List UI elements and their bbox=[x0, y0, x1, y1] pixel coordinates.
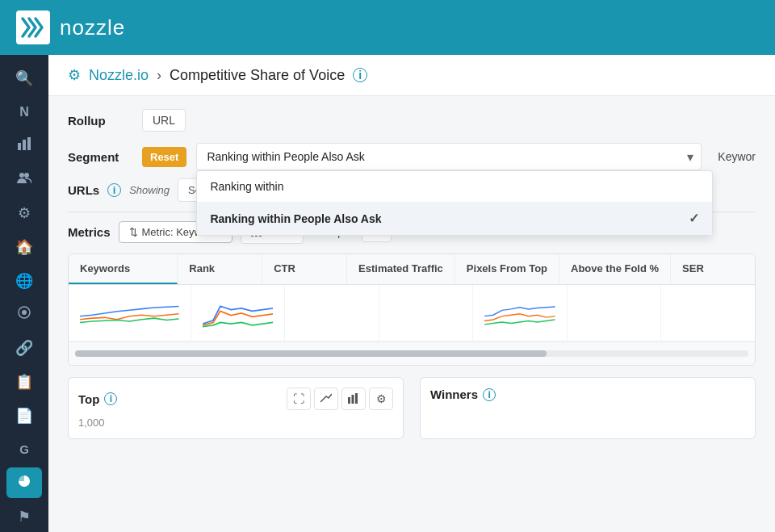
main-content: ⚙ Nozzle.io › Competitive Share of Voice… bbox=[48, 55, 775, 532]
sidebar-item-settings[interactable]: ⚙ bbox=[6, 198, 42, 228]
group-icon bbox=[17, 305, 31, 324]
breadcrumb: ⚙ Nozzle.io › Competitive Share of Voice… bbox=[48, 55, 775, 96]
selected-checkmark: ✓ bbox=[689, 211, 699, 226]
logo-text: nozzle bbox=[60, 15, 125, 40]
breadcrumb-info-icon[interactable]: i bbox=[353, 68, 367, 82]
sidebar-item-group[interactable] bbox=[6, 299, 42, 329]
top-card-actions: ⛶ bbox=[287, 387, 393, 410]
showing-text: Showing bbox=[129, 184, 170, 196]
table-header: Keywords Rank CTR Estimated Traffic Pixe… bbox=[69, 254, 755, 285]
segment-select-wrapper: Ranking within People Also Ask ▾ Ranking… bbox=[196, 143, 702, 170]
reset-button[interactable]: Reset bbox=[142, 147, 186, 167]
metrics-label: Metrics bbox=[68, 225, 111, 239]
keyword-overflow-label: Keywor bbox=[711, 150, 756, 163]
breadcrumb-link[interactable]: Nozzle.io bbox=[89, 67, 149, 84]
sidebar-item-google[interactable]: G bbox=[6, 434, 42, 465]
sidebar-item-n[interactable]: N bbox=[6, 97, 42, 128]
svg-rect-2 bbox=[23, 140, 26, 150]
td-rank-chart bbox=[191, 285, 286, 341]
svg-rect-13 bbox=[355, 393, 358, 404]
pixels-sparkline bbox=[484, 293, 555, 333]
sidebar-item-chart[interactable] bbox=[6, 131, 42, 161]
users-icon bbox=[17, 170, 31, 189]
sidebar-item-users[interactable] bbox=[6, 164, 42, 195]
top-info-icon[interactable]: i bbox=[104, 392, 117, 405]
th-estimated-traffic: Estimated Traffic bbox=[347, 254, 455, 284]
winners-info-icon[interactable]: i bbox=[483, 388, 496, 401]
gear-icon: ⚙ bbox=[18, 204, 31, 222]
expand-button[interactable]: ⛶ bbox=[287, 387, 311, 410]
dropdown-item-2-label: Ranking within People Also Ask bbox=[210, 212, 381, 225]
search-icon: 🔍 bbox=[15, 69, 33, 87]
n-icon: N bbox=[19, 105, 29, 119]
sidebar-item-pie[interactable] bbox=[6, 467, 42, 498]
segment-label: Segment bbox=[68, 150, 132, 164]
segment-select[interactable]: Ranking within People Also Ask bbox=[196, 143, 702, 170]
line-chart-icon bbox=[320, 392, 332, 406]
svg-point-4 bbox=[19, 173, 24, 178]
th-ctr: CTR bbox=[262, 254, 347, 284]
sidebar-item-flag[interactable]: ⚑ bbox=[6, 501, 42, 532]
line-chart-button[interactable] bbox=[314, 387, 338, 410]
bar-chart-icon bbox=[17, 136, 31, 155]
copy-icon: 📋 bbox=[15, 373, 33, 391]
expand-icon: ⛶ bbox=[293, 392, 304, 405]
rollup-value: URL bbox=[142, 109, 186, 132]
dropdown-item-1[interactable]: Ranking within bbox=[197, 171, 712, 202]
breadcrumb-settings-icon: ⚙ bbox=[68, 66, 81, 84]
sidebar-item-doc[interactable]: 📄 bbox=[6, 400, 42, 431]
svg-rect-3 bbox=[27, 137, 31, 150]
scrollbar-thumb bbox=[75, 350, 547, 357]
winners-title: Winners i bbox=[430, 387, 496, 401]
dropdown-item-2[interactable]: Ranking within People Also Ask ✓ bbox=[197, 202, 712, 235]
sidebar: 🔍 N ⚙ 🏠 🌐 🔗 bbox=[0, 55, 48, 532]
winners-card: Winners i bbox=[420, 377, 756, 439]
top-card-title: Top i bbox=[78, 392, 117, 406]
urls-label: URLs bbox=[68, 183, 99, 197]
page-content: Rollup URL Segment Reset Ranking within … bbox=[48, 96, 775, 452]
dropdown-item-1-label: Ranking within bbox=[210, 180, 283, 193]
pie-chart-icon bbox=[17, 474, 31, 492]
td-above-fold-chart bbox=[568, 285, 662, 341]
sidebar-item-home[interactable]: 🏠 bbox=[6, 232, 42, 262]
td-estimated-traffic-chart bbox=[379, 285, 474, 341]
metric-sort-icon: ⇅ bbox=[129, 226, 138, 238]
logo-icon bbox=[16, 10, 50, 44]
svg-point-7 bbox=[22, 310, 27, 315]
breadcrumb-separator: › bbox=[157, 67, 161, 84]
sidebar-item-search[interactable]: 🔍 bbox=[6, 63, 42, 94]
sidebar-item-copy1[interactable]: 📋 bbox=[6, 367, 42, 397]
rollup-row: Rollup URL bbox=[68, 109, 756, 132]
th-keywords: Keywords bbox=[69, 254, 178, 284]
top-card-header: Top i ⛶ bbox=[78, 387, 393, 410]
horizontal-scrollbar[interactable] bbox=[75, 350, 748, 357]
td-ser-chart bbox=[661, 285, 755, 341]
bar-chart-button[interactable] bbox=[341, 387, 366, 410]
th-above-fold: Above the Fold % bbox=[559, 254, 671, 284]
bar-chart-small-icon bbox=[348, 392, 359, 406]
rank-sparkline bbox=[203, 293, 274, 333]
svg-rect-1 bbox=[18, 143, 21, 150]
svg-rect-11 bbox=[348, 397, 350, 404]
segment-selected-value: Ranking within People Also Ask bbox=[207, 150, 364, 163]
sidebar-item-link[interactable]: 🔗 bbox=[6, 333, 42, 363]
top-card-value: 1,000 bbox=[78, 417, 393, 429]
segment-dropdown: Ranking within Ranking within People Als… bbox=[196, 170, 713, 236]
top-settings-button[interactable]: ⚙ bbox=[369, 387, 393, 410]
settings-icon: ⚙ bbox=[376, 392, 387, 405]
link-icon: 🔗 bbox=[15, 339, 33, 357]
bottom-section: Top i ⛶ bbox=[68, 377, 756, 439]
logo-container: nozzle bbox=[16, 10, 125, 44]
top-card: Top i ⛶ bbox=[68, 377, 404, 439]
segment-row: Segment Reset Ranking within People Also… bbox=[68, 143, 756, 170]
flag-icon: ⚑ bbox=[18, 508, 31, 526]
th-rank: Rank bbox=[178, 254, 262, 284]
table-row-1 bbox=[69, 285, 755, 341]
sidebar-item-globe[interactable]: 🌐 bbox=[6, 266, 42, 296]
svg-rect-12 bbox=[352, 395, 354, 404]
breadcrumb-current-page: Competitive Share of Voice bbox=[170, 67, 345, 84]
svg-point-5 bbox=[24, 173, 29, 178]
urls-info-icon[interactable]: i bbox=[107, 183, 121, 197]
keywords-sparkline bbox=[80, 293, 179, 333]
rollup-label: Rollup bbox=[68, 114, 132, 128]
